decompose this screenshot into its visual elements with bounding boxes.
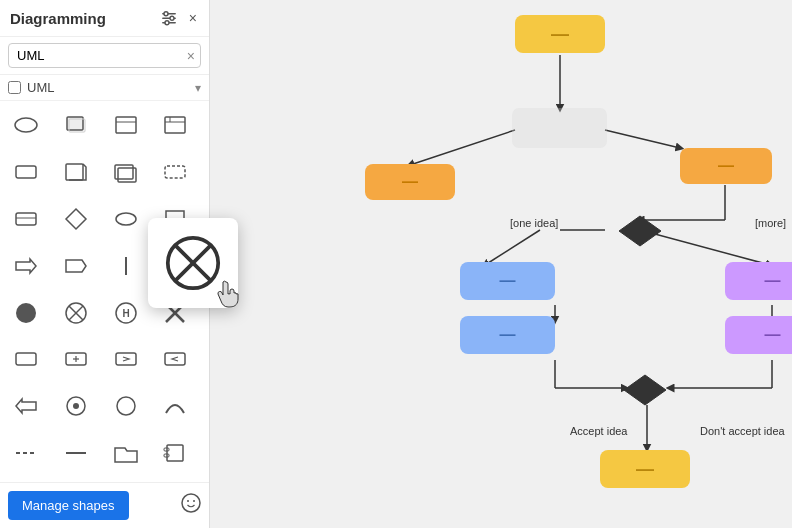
close-btn[interactable]: × [187,8,199,28]
category-label: UML [27,80,195,95]
svg-rect-19 [16,213,36,225]
svg-rect-40 [116,353,136,365]
svg-point-22 [116,213,136,225]
shape-arr-l[interactable] [6,386,46,426]
shape-rect-dbl[interactable] [106,152,146,192]
fc-node-top: — [515,15,605,53]
svg-point-51 [182,494,200,512]
fc-node-orange-right: — [680,148,772,184]
shape-rect-dashed[interactable] [155,152,195,192]
shape-diamond[interactable] [56,199,96,239]
shape-arrow-r[interactable] [6,246,46,286]
category-checkbox[interactable] [8,81,21,94]
shape-ellipse[interactable] [6,105,46,145]
shape-rect-shadow[interactable] [56,105,96,145]
shape-line-h[interactable] [56,433,96,473]
svg-point-52 [187,500,189,502]
shape-circle-x[interactable] [56,293,96,333]
svg-line-63 [485,230,540,265]
shape-rect-comp[interactable] [155,433,195,473]
header-icons: × [159,8,199,28]
canvas-area[interactable]: [one idea] [more] Accept idea Don't acce… [210,0,792,528]
shape-arrow-5[interactable] [56,246,96,286]
svg-point-45 [117,397,135,415]
svg-point-28 [16,303,36,323]
fc-node-blue-2: — [460,316,555,354]
fc-node-blue-1: — [460,262,555,300]
shape-rect-arr2[interactable] [155,339,195,379]
sidebar-title: Diagramming [10,10,106,27]
shape-circle-dot[interactable] [56,386,96,426]
svg-marker-77 [619,216,661,246]
svg-marker-24 [66,260,86,272]
category-row: UML ▾ [0,75,209,101]
chevron-down-icon: ▾ [195,81,201,95]
svg-point-3 [164,12,168,16]
emoji-button[interactable] [181,493,201,518]
svg-line-58 [410,130,515,165]
shape-rect-arr[interactable] [106,339,146,379]
shape-dash-h[interactable] [6,433,46,473]
svg-rect-14 [16,166,36,178]
svg-rect-9 [116,117,136,133]
shape-rect-lines2[interactable] [155,105,195,145]
shape-rect-lines[interactable] [106,105,146,145]
manage-shapes-button[interactable]: Manage shapes [8,491,129,520]
circle-x-large-icon [165,235,221,291]
fc-node-purple-1: — [725,262,792,300]
svg-marker-78 [624,375,666,405]
svg-rect-15 [66,164,83,180]
shape-rect-plain[interactable] [6,152,46,192]
svg-text:Don't accept idea: Don't accept idea [700,425,786,437]
settings-icon-btn[interactable] [159,8,179,28]
shape-rect-sm[interactable] [6,199,46,239]
search-clear-btn[interactable]: × [187,48,195,64]
svg-rect-18 [165,166,185,178]
svg-text:Accept idea: Accept idea [570,425,628,437]
shape-rect-plus[interactable] [56,339,96,379]
shape-rect-plain2[interactable] [6,339,46,379]
shape-line-v[interactable] [106,246,146,286]
shape-circle-h[interactable]: H [106,293,146,333]
cursor-hand-icon [214,278,246,317]
svg-text:[more]: [more] [755,217,786,229]
shape-folder[interactable] [106,433,146,473]
svg-rect-41 [165,353,185,365]
sidebar-bottom: Manage shapes [0,482,209,528]
svg-text:H: H [122,308,129,319]
svg-marker-42 [16,399,36,413]
svg-marker-23 [16,259,36,273]
svg-text:[one idea]: [one idea] [510,217,558,229]
fc-node-purple-2: — [725,316,792,354]
svg-line-59 [605,130,680,148]
fc-diamond-1 [618,215,662,247]
fc-diamond-2 [623,374,667,406]
svg-rect-11 [165,117,185,133]
shape-oval[interactable] [106,199,146,239]
fc-node-orange-left: — [365,164,455,200]
search-input[interactable] [8,43,201,68]
shape-curve[interactable] [155,386,195,426]
svg-rect-36 [16,353,36,365]
svg-point-44 [73,403,79,409]
sidebar-header: Diagramming × [0,0,209,37]
svg-point-6 [15,118,37,132]
search-bar: × [0,37,209,75]
svg-marker-21 [66,209,86,229]
svg-point-53 [193,500,195,502]
shape-fill-circle[interactable] [6,293,46,333]
svg-rect-48 [167,445,183,461]
fc-node-bottom: — [600,450,690,488]
svg-point-4 [170,16,174,20]
svg-point-5 [165,21,169,25]
shape-rect-fold[interactable] [56,152,96,192]
search-wrapper: × [8,43,201,68]
shape-circle-plain[interactable] [106,386,146,426]
